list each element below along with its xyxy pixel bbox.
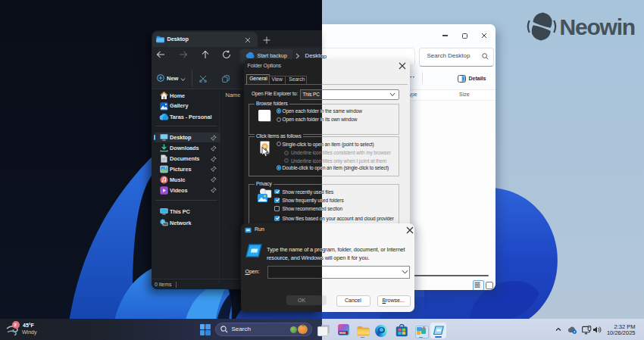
- svg-text:Neowin: Neowin: [560, 14, 635, 39]
